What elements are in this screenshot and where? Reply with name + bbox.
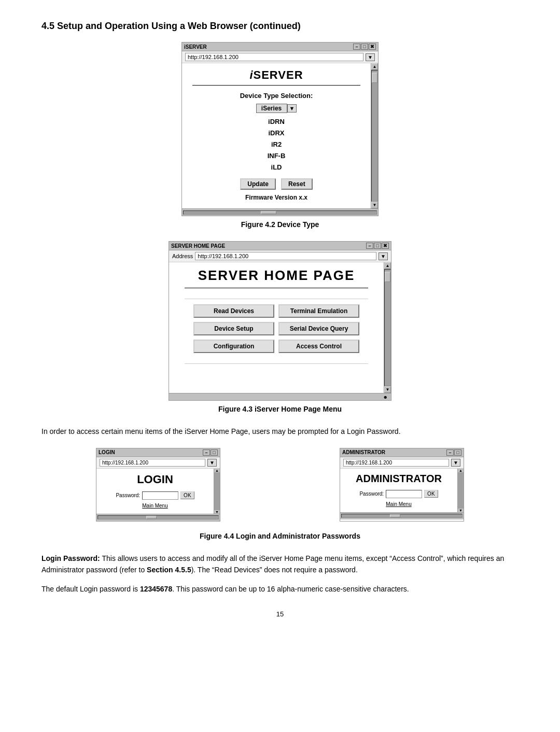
dropdown-arrow-btn[interactable]: ▼	[287, 104, 297, 112]
admin-h-thumb[interactable]	[390, 514, 400, 517]
login-scroll-up[interactable]: ▲	[215, 469, 219, 472]
iserver-scrollbar-h[interactable]	[182, 208, 378, 216]
admin-titlebar: ADMINISTRATOR – □	[340, 448, 464, 457]
admin-restore[interactable]: □	[454, 449, 461, 456]
address-label: Address	[172, 253, 193, 259]
admin-scrollbar-h[interactable]	[340, 512, 464, 519]
admin-ok-btn[interactable]: OK	[424, 490, 438, 498]
login-h-track	[97, 515, 219, 519]
section-heading: 4.5 Setup and Operation Using a Web Brow…	[41, 21, 519, 32]
login-admin-row: LOGIN – □ ▼ LOGIN Password: OK	[41, 448, 519, 522]
login-scroll-down[interactable]: ▼	[215, 510, 219, 514]
iserver-title-text: iSERVER	[184, 44, 207, 50]
login-scrollbar-h[interactable]	[96, 514, 220, 521]
scroll-thumb[interactable]	[372, 73, 377, 83]
device-list: iDRN iDRX iR2 INF-B iLD	[192, 116, 360, 173]
figure-3-caption: Figure 4.3 iServer Home Page Menu	[41, 405, 519, 413]
login-restore[interactable]: □	[211, 449, 218, 456]
device-type-dropdown-row: iSeries ▼	[192, 104, 360, 113]
login-main-menu[interactable]: Main Menu	[103, 503, 207, 509]
server-home-address-input[interactable]	[195, 252, 376, 260]
admin-go-btn[interactable]: ▼	[451, 459, 460, 467]
body-paragraph-2: Login Password: This allows users to acc…	[41, 553, 519, 576]
admin-address-input[interactable]	[343, 459, 449, 467]
sh-close-btn[interactable]: ✖	[382, 243, 389, 249]
body-text-3-end: . This password can be up to 16 alpha-nu…	[172, 585, 409, 593]
scroll-down-arrow[interactable]: ▼	[371, 202, 378, 208]
scroll-h-thumb[interactable]	[261, 211, 276, 214]
body-paragraph-1: In order to access certain menu items of…	[41, 426, 519, 437]
login-minimize[interactable]: –	[203, 449, 210, 456]
iserver-window: iSERVER – □ ✖ ▼ iSERVER Device Type Sele…	[181, 42, 379, 216]
sh-scroll-up[interactable]: ▲	[384, 262, 391, 269]
server-home-scrollbar-h[interactable]: ☻	[169, 393, 391, 400]
login-scrollbar[interactable]: ▲ ▼	[214, 469, 220, 514]
device-setup-btn[interactable]: Device Setup	[193, 322, 274, 335]
restore-btn[interactable]: □	[361, 44, 368, 50]
iserver-i: i	[249, 68, 253, 81]
server-home-window: SERVER HOME PAGE – □ ✖ Address ▼ SERVER …	[169, 241, 391, 401]
login-password-label: Password:	[116, 492, 140, 498]
body-paragraph-3: The default Login password is 12345678. …	[41, 583, 519, 595]
server-home-scrollbar-v[interactable]: ▲ ▼	[384, 262, 391, 393]
sh-scroll-down[interactable]: ▼	[384, 386, 391, 393]
device-type-selected[interactable]: iSeries	[256, 104, 287, 113]
server-home-controls: – □ ✖	[366, 243, 389, 249]
sh-scroll-track	[384, 269, 391, 386]
admin-minimize[interactable]: –	[446, 449, 454, 456]
login-password-input[interactable]	[142, 491, 178, 500]
window-controls: – □ ✖	[353, 44, 376, 50]
iserver-address-input[interactable]	[185, 53, 363, 61]
iserver-titlebar: iSERVER – □ ✖	[182, 43, 378, 51]
read-devices-btn[interactable]: Read Devices	[193, 304, 274, 318]
login-titlebar: LOGIN – □	[96, 448, 220, 457]
figure-2-wrapper: iSERVER – □ ✖ ▼ iSERVER Device Type Sele…	[41, 42, 519, 229]
configuration-btn[interactable]: Configuration	[193, 340, 274, 353]
footer-icon: ☻	[383, 395, 390, 400]
sh-restore-btn[interactable]: □	[374, 243, 381, 249]
section-ref-bold: Section 4.5.5	[147, 566, 191, 574]
server-home-go-btn[interactable]: ▼	[379, 252, 388, 260]
login-go-btn[interactable]: ▼	[207, 459, 217, 467]
figure-4-wrapper: LOGIN – □ ▼ LOGIN Password: OK	[41, 448, 519, 540]
admin-password-input[interactable]	[386, 490, 422, 498]
iserver-go-btn[interactable]: ▼	[366, 53, 375, 61]
login-window: LOGIN – □ ▼ LOGIN Password: OK	[96, 448, 220, 522]
login-title-text: LOGIN	[99, 449, 115, 455]
login-h-thumb[interactable]	[146, 516, 157, 519]
page-number: 15	[41, 610, 519, 618]
figure-3-wrapper: SERVER HOME PAGE – □ ✖ Address ▼ SERVER …	[41, 241, 519, 413]
sh-scroll-thumb[interactable]	[385, 272, 390, 282]
device-type-label: Device Type Selection:	[192, 92, 360, 100]
admin-scroll-down[interactable]: ▼	[459, 509, 463, 512]
access-control-btn[interactable]: Access Control	[278, 340, 359, 353]
admin-scrollbar[interactable]: ▲ ▼	[457, 469, 464, 512]
list-item-idrn: iDRN	[192, 116, 360, 128]
admin-scroll-up[interactable]: ▲	[459, 469, 463, 472]
body-text-3-start: The default Login password is	[41, 585, 140, 593]
admin-main-menu[interactable]: Main Menu	[346, 501, 451, 507]
list-item-ir2: iR2	[192, 139, 360, 150]
update-button[interactable]: Update	[240, 178, 276, 190]
server-home-page-title: SERVER HOME PAGE	[185, 268, 368, 288]
sh-minimize-btn[interactable]: –	[366, 243, 373, 249]
terminal-emulation-btn[interactable]: Terminal Emulation	[278, 304, 359, 318]
scroll-track	[371, 70, 378, 202]
iserver-scrollbar-v[interactable]: ▲ ▼	[371, 63, 378, 208]
reset-button[interactable]: Reset	[281, 178, 313, 190]
iserver-body: iSERVER Device Type Selection: iSeries ▼…	[182, 63, 371, 208]
admin-controls: – □	[446, 449, 461, 456]
admin-body: ADMINISTRATOR Password: OK Main Menu	[340, 469, 457, 512]
server-home-body: SERVER HOME PAGE Read Devices Terminal E…	[169, 262, 384, 393]
login-address-input[interactable]	[100, 459, 205, 467]
scroll-up-arrow[interactable]: ▲	[371, 63, 378, 70]
login-ok-btn[interactable]: OK	[180, 491, 194, 499]
close-btn[interactable]: ✖	[369, 44, 376, 50]
list-item-infb: INF-B	[192, 150, 360, 162]
firmware-version-text: Firmware Version x.x	[192, 194, 360, 201]
admin-page-title: ADMINISTRATOR	[346, 473, 451, 485]
login-body: LOGIN Password: OK Main Menu	[96, 469, 214, 514]
admin-title-text: ADMINISTRATOR	[342, 449, 385, 455]
minimize-btn[interactable]: –	[353, 44, 360, 50]
serial-device-query-btn[interactable]: Serial Device Query	[278, 322, 359, 335]
